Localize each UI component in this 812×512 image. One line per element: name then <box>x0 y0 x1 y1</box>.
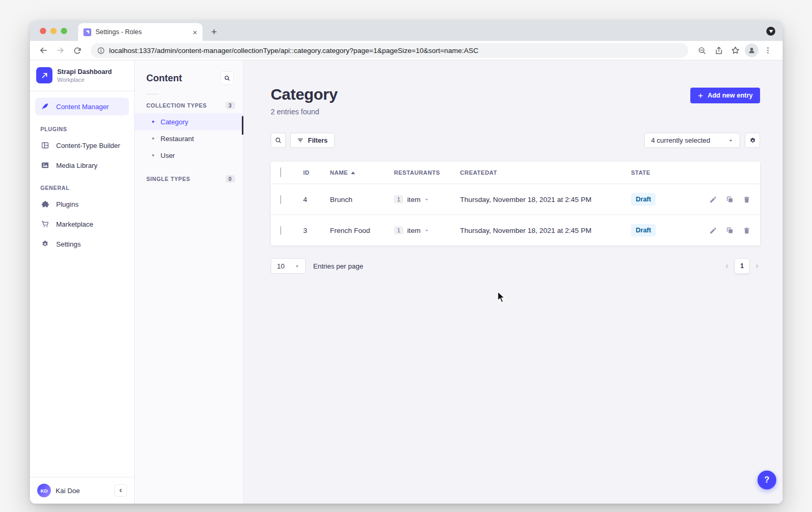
duplicate-button[interactable] <box>726 196 734 204</box>
feather-pen-icon <box>40 102 50 111</box>
app-name: Strapi Dashboard <box>57 68 112 76</box>
reload-button[interactable] <box>70 43 84 58</box>
gear-icon <box>40 239 50 249</box>
collapse-sidebar-button[interactable] <box>114 484 127 497</box>
next-page-button[interactable] <box>754 263 760 269</box>
bullet-icon <box>152 137 154 140</box>
shopping-cart-icon <box>40 219 50 229</box>
select-all-checkbox[interactable] <box>280 167 281 177</box>
subnav-item-label: User <box>161 152 175 159</box>
row-checkbox[interactable] <box>280 226 281 235</box>
filters-button[interactable]: Filters <box>290 133 335 148</box>
state-badge: Draft <box>631 193 656 206</box>
plus-icon <box>698 93 703 99</box>
sidebar-item-marketplace[interactable]: Marketplace <box>35 215 129 233</box>
subnav-item-user[interactable]: User <box>135 147 243 164</box>
page-title: Category <box>271 86 338 103</box>
row-checkbox[interactable] <box>280 195 281 204</box>
minimize-window-button[interactable] <box>50 28 57 34</box>
fields-select[interactable]: 4 currently selected <box>644 133 740 148</box>
mouse-cursor <box>497 291 507 304</box>
share-icon[interactable] <box>711 43 726 58</box>
zoom-window-button[interactable] <box>61 28 67 34</box>
sidebar-item-media-library[interactable]: Media Library <box>35 156 129 174</box>
bullet-icon <box>152 154 154 156</box>
browser-window: Settings - Roles × + localhost:1337/admi… <box>30 21 783 504</box>
sidebar-item-content-type-builder[interactable]: Content-Type Builder <box>35 136 129 154</box>
current-page-button[interactable]: 1 <box>735 259 749 273</box>
page-size-select[interactable]: 10 <box>271 258 306 274</box>
user-avatar: KD <box>37 484 51 497</box>
view-settings-button[interactable] <box>745 133 760 148</box>
help-button[interactable]: ? <box>757 471 776 489</box>
divider <box>146 94 159 94</box>
zoom-out-page-icon[interactable] <box>695 43 709 58</box>
chevron-right-icon <box>754 263 760 269</box>
sort-ascending-icon <box>351 172 355 174</box>
subnav-scrollbar[interactable] <box>242 116 243 135</box>
back-button[interactable] <box>36 43 51 58</box>
duplicate-icon <box>726 196 734 204</box>
new-tab-button[interactable]: + <box>207 25 221 39</box>
bookmark-star-icon[interactable] <box>728 43 743 58</box>
screen-record-indicator-icon <box>766 27 775 36</box>
url-text[interactable]: localhost:1337/admin/content-manager/col… <box>109 47 478 55</box>
strapi-app: Strapi Dashboard Workplace Content Manag… <box>30 60 783 504</box>
subnav-title: Content <box>146 73 182 84</box>
edit-button[interactable] <box>709 196 717 204</box>
column-header-state[interactable]: STATE <box>631 169 700 176</box>
state-badge: Draft <box>631 224 656 237</box>
strapi-logo-icon <box>36 67 52 83</box>
table-row[interactable]: 3 French Food 1 item Thursday, November … <box>271 215 760 246</box>
column-header-createdat[interactable]: CREATEDAT <box>460 169 631 176</box>
subnav-item-restaurant[interactable]: Restaurant <box>135 130 243 147</box>
table-row[interactable]: 4 Brunch 1 item Thursday, November 18, 2… <box>271 184 760 215</box>
trash-icon <box>743 196 751 204</box>
sidebar-item-plugins[interactable]: Plugins <box>35 195 129 213</box>
cell-id: 4 <box>303 196 330 204</box>
entries-table: ID NAME RESTAURANTS CREATEDAT STATE 4 Br… <box>271 162 760 246</box>
cell-restaurants[interactable]: 1 item <box>394 226 460 234</box>
collection-types-count: 3 <box>226 102 235 109</box>
sidebar-item-label: Settings <box>56 240 81 248</box>
entries-count: 2 entries found <box>271 108 338 116</box>
browser-profile-avatar[interactable] <box>745 44 758 57</box>
close-window-button[interactable] <box>40 28 46 34</box>
subnav-item-category[interactable]: Category <box>135 113 243 130</box>
brand: Strapi Dashboard Workplace <box>30 60 134 90</box>
group-collection-types: COLLECTION TYPES 3 <box>135 102 243 109</box>
pencil-icon <box>709 227 717 234</box>
cell-restaurants[interactable]: 1 item <box>394 195 460 204</box>
delete-button[interactable] <box>743 227 751 234</box>
browser-tab[interactable]: Settings - Roles × <box>78 23 202 41</box>
duplicate-button[interactable] <box>726 227 734 234</box>
sidebar-item-label: Marketplace <box>56 220 93 228</box>
delete-button[interactable] <box>743 196 751 204</box>
content-subnav: Content COLLECTION TYPES 3 Category Rest… <box>135 60 244 504</box>
sidebar-item-settings[interactable]: Settings <box>35 235 129 253</box>
table-search-button[interactable] <box>271 133 286 148</box>
relation-count-badge: 1 <box>394 195 403 204</box>
single-types-count: 0 <box>226 175 235 183</box>
browser-menu-icon[interactable] <box>761 43 775 58</box>
edit-button[interactable] <box>709 227 717 234</box>
pencil-icon <box>709 196 717 204</box>
forward-button[interactable] <box>53 43 68 58</box>
column-header-id[interactable]: ID <box>303 169 330 176</box>
column-header-name[interactable]: NAME <box>330 169 394 176</box>
entries-per-page-label: Entries per page <box>313 262 363 270</box>
main-content: Category 2 entries found Add new entry F… <box>244 60 783 504</box>
tab-close-icon[interactable]: × <box>193 28 197 36</box>
url-bar[interactable]: localhost:1337/admin/content-manager/col… <box>91 43 688 58</box>
sidebar-item-content-manager[interactable]: Content Manager <box>35 98 129 115</box>
main-sidebar: Strapi Dashboard Workplace Content Manag… <box>30 60 135 504</box>
site-info-icon[interactable] <box>97 47 105 55</box>
cell-name: Brunch <box>330 196 394 204</box>
workspace-name: Workplace <box>57 77 112 83</box>
column-header-restaurants[interactable]: RESTAURANTS <box>394 169 460 176</box>
trash-icon <box>743 227 751 234</box>
add-new-entry-button[interactable]: Add new entry <box>690 88 760 103</box>
previous-page-button[interactable] <box>724 263 730 269</box>
chevron-left-icon <box>724 263 730 269</box>
subnav-search-button[interactable] <box>220 71 234 85</box>
